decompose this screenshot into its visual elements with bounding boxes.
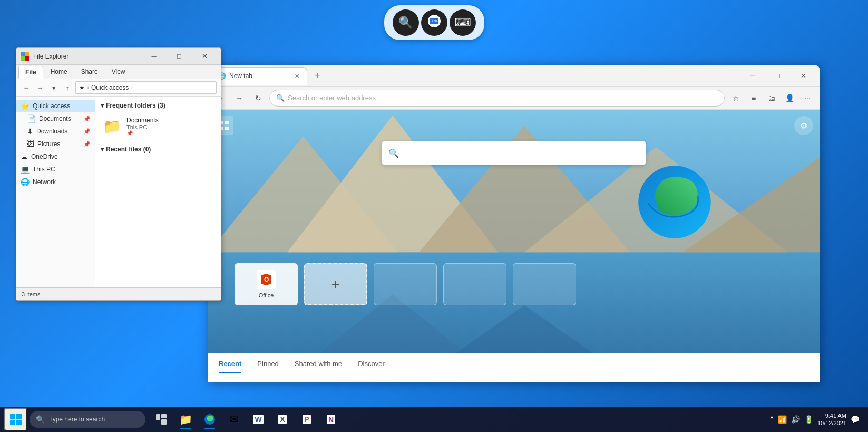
taskbar-onenote[interactable]: N [319,408,343,431]
taskbar-word[interactable]: W [247,408,270,431]
taskbar-notification[interactable]: 💬 [851,415,860,424]
sidebar-label-documents: Documents [39,115,71,122]
quicklink-empty-3 [513,263,576,305]
taskbar-volume-icon[interactable]: 🔊 [791,415,800,424]
new-tab-page: ⚙ 🔍 [208,110,820,353]
search-box[interactable]: 🔍 [382,141,646,165]
page-settings-button[interactable]: ⚙ [794,116,813,135]
search-icon: 🔍 [276,94,285,102]
frequent-folders-header[interactable]: ▾ Frequent folders (3) [101,102,216,109]
address-placeholder: Search or enter web address [288,94,376,102]
breadcrumb[interactable]: ★ › Quick access › [75,81,217,94]
recent-files-header[interactable]: ▾ Recent files (0) [101,146,216,153]
tab-home[interactable]: Home [44,66,74,79]
taskbar-right: ^ 📶 🔊 🔋 9:41 AM 10/12/2021 💬 [770,412,864,427]
sidebar-item-quick-access[interactable]: ⭐ Quick access [16,100,95,112]
keyboard-button[interactable]: ⌨ [450,9,476,36]
pictures-icon: 🖼 [27,140,34,148]
svg-rect-2 [21,52,25,56]
svg-rect-22 [10,414,15,419]
tab-pinned[interactable]: Pinned [257,360,278,372]
sidebar-item-downloads[interactable]: ⬇ Downloads 📌 [16,125,95,138]
collapse-icon: ▾ [101,102,104,109]
taskbar-task-view[interactable] [150,408,173,431]
more-button[interactable]: ··· [799,90,815,106]
tab-label: New tab [229,72,252,80]
search-input[interactable] [403,149,639,157]
edge-browser-window: 🌐 New tab ✕ + ─ □ ✕ ← → ↻ 🔍 Search or en… [208,65,820,382]
tab-view[interactable]: View [105,66,132,79]
quicklink-office[interactable]: O Office [235,263,298,305]
onenote-icon: N [327,415,335,424]
status-bar: 3 items [16,287,221,300]
taskbar-mail[interactable]: ✉ [222,408,246,431]
quicklink-add[interactable]: + [304,263,367,305]
sidebar-item-documents[interactable]: 📄 Documents 📌 [16,112,95,125]
close-button[interactable]: ✕ [192,48,217,65]
address-bar[interactable]: 🔍 Search or enter web address [269,90,725,107]
taskbar-excel[interactable]: X [271,408,294,431]
tab-shared[interactable]: Shared with me [295,360,342,372]
taskbar-powerpoint[interactable]: P [295,408,318,431]
folder-documents[interactable]: 📁 Documents This PC 📌 [101,113,216,139]
sidebar-item-this-pc[interactable]: 💻 This PC [16,163,95,176]
sidebar-item-network[interactable]: 🌐 Network [16,176,95,188]
sidebar-label-onedrive: OneDrive [31,153,58,160]
windows-icon [10,414,22,425]
svg-rect-3 [25,52,29,56]
remote-button[interactable]: RD [421,9,447,36]
maximize-button[interactable]: □ [167,48,191,65]
folder-pin: 📌 [126,130,159,136]
collections2-button[interactable]: 🗂 [764,90,779,106]
file-explorer-titlebar: File Explorer ─ □ ✕ [16,48,221,65]
back-button[interactable]: ← [21,82,32,93]
folder-sub-documents: This PC [126,124,159,130]
edge-tab-new[interactable]: 🌐 New tab ✕ [212,67,307,85]
tab-file[interactable]: File [18,66,43,79]
breadcrumb-path: Quick access [91,84,129,91]
edge-refresh-button[interactable]: ↻ [250,90,266,106]
window-controls: ─ □ ✕ [142,48,217,65]
svg-rect-23 [16,414,22,419]
taskbar-chevron[interactable]: ^ [770,415,774,424]
new-tab-button[interactable]: + [309,68,325,84]
sidebar-item-onedrive[interactable]: ☁ OneDrive [16,150,95,163]
taskbar-search[interactable]: 🔍 Type here to search [30,411,145,428]
taskbar-battery-icon[interactable]: 🔋 [804,415,813,424]
forward-button[interactable]: → [34,82,46,93]
up-button[interactable]: ↑ [62,82,73,93]
recent-files-label: Recent files (0) [106,146,151,153]
taskbar-edge[interactable] [198,408,221,431]
tab-discover[interactable]: Discover [358,360,385,372]
minimize-button[interactable]: ─ [142,48,166,65]
svg-rect-4 [21,56,25,61]
folder-name-documents: Documents [126,117,159,124]
svg-rect-5 [25,56,29,61]
sidebar-item-pictures[interactable]: 🖼 Pictures 📌 [16,138,95,150]
collections-button[interactable]: ≡ [746,90,762,106]
pin-documents: 📌 [83,116,91,122]
edge-bottom-tabs: Recent Pinned Shared with me Discover [208,353,820,382]
zoom-button[interactable]: 🔍 [393,9,419,36]
sidebar-label-pictures: Pictures [37,140,60,148]
tab-recent[interactable]: Recent [219,360,241,373]
frequent-folders-label: Frequent folders (3) [106,102,165,109]
edge-forward-button[interactable]: → [231,90,247,106]
pin-pictures: 📌 [83,141,91,148]
settings-icon: ⚙ [800,121,807,131]
quicklink-empty-1 [374,263,437,305]
tab-close-button[interactable]: ✕ [292,71,301,81]
sidebar-label-network: Network [33,178,56,186]
favorites-button[interactable]: ☆ [728,90,744,106]
start-button[interactable] [4,408,27,431]
edge-maximize-button[interactable]: □ [766,68,790,84]
recent-button[interactable]: ▾ [48,82,60,93]
taskbar-file-explorer[interactable]: 📁 [174,408,197,431]
quicklink-empty-2 [443,263,506,305]
tab-share[interactable]: Share [75,66,104,79]
taskbar-network-icon[interactable]: 📶 [778,415,787,424]
sidebar-label-downloads: Downloads [36,128,67,135]
edge-minimize-button[interactable]: ─ [740,68,765,84]
profile-button[interactable]: 👤 [782,90,797,106]
edge-close-button[interactable]: ✕ [791,68,815,84]
